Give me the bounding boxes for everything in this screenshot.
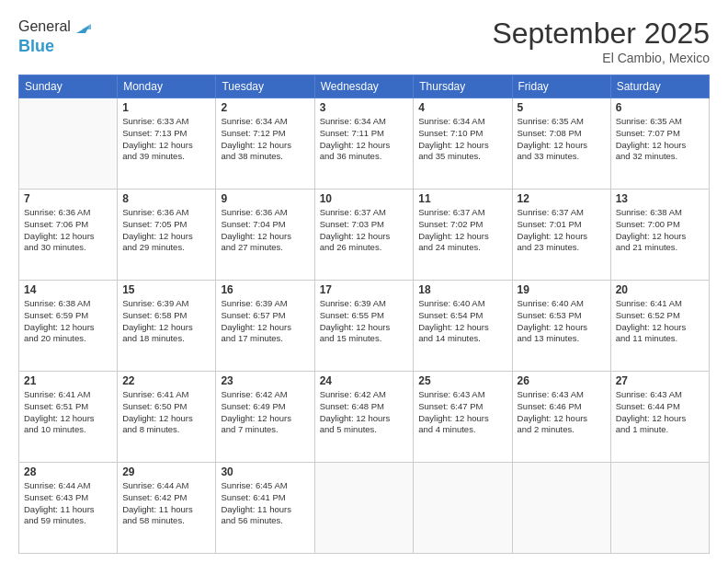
table-cell: 18Sunrise: 6:40 AM Sunset: 6:54 PM Dayli… — [414, 281, 512, 372]
table-cell: 16Sunrise: 6:39 AM Sunset: 6:57 PM Dayli… — [216, 281, 314, 372]
day-info: Sunrise: 6:39 AM Sunset: 6:57 PM Dayligh… — [221, 298, 309, 345]
day-number: 14 — [24, 283, 112, 296]
day-number: 12 — [518, 192, 606, 205]
header-monday: Monday — [118, 75, 216, 98]
table-cell — [19, 98, 118, 190]
table-cell: 12Sunrise: 6:37 AM Sunset: 7:01 PM Dayli… — [512, 190, 610, 281]
table-cell: 23Sunrise: 6:42 AM Sunset: 6:49 PM Dayli… — [216, 372, 314, 463]
day-info: Sunrise: 6:39 AM Sunset: 6:55 PM Dayligh… — [320, 298, 409, 345]
day-info: Sunrise: 6:34 AM Sunset: 7:11 PM Dayligh… — [320, 116, 409, 163]
table-cell: 19Sunrise: 6:40 AM Sunset: 6:53 PM Dayli… — [512, 281, 610, 372]
day-info: Sunrise: 6:40 AM Sunset: 6:54 PM Dayligh… — [418, 298, 506, 345]
day-info: Sunrise: 6:37 AM Sunset: 7:01 PM Dayligh… — [518, 207, 606, 254]
day-number: 5 — [518, 101, 606, 114]
day-info: Sunrise: 6:44 AM Sunset: 6:43 PM Dayligh… — [24, 480, 112, 527]
day-number: 2 — [221, 101, 309, 114]
table-cell: 17Sunrise: 6:39 AM Sunset: 6:55 PM Dayli… — [314, 281, 414, 372]
week-row-2: 14Sunrise: 6:38 AM Sunset: 6:59 PM Dayli… — [19, 281, 710, 372]
day-info: Sunrise: 6:41 AM Sunset: 6:51 PM Dayligh… — [24, 389, 112, 436]
day-number: 23 — [221, 374, 309, 387]
day-info: Sunrise: 6:40 AM Sunset: 6:53 PM Dayligh… — [518, 298, 606, 345]
table-cell: 15Sunrise: 6:39 AM Sunset: 6:58 PM Dayli… — [118, 281, 216, 372]
day-number: 4 — [418, 101, 506, 114]
table-cell: 2Sunrise: 6:34 AM Sunset: 7:12 PM Daylig… — [216, 98, 314, 190]
day-info: Sunrise: 6:43 AM Sunset: 6:44 PM Dayligh… — [616, 389, 704, 436]
day-info: Sunrise: 6:39 AM Sunset: 6:58 PM Dayligh… — [122, 298, 210, 345]
logo-icon — [73, 17, 93, 37]
logo: General Blue — [18, 17, 93, 56]
header-saturday: Saturday — [610, 75, 709, 98]
table-cell: 28Sunrise: 6:44 AM Sunset: 6:43 PM Dayli… — [19, 463, 118, 554]
day-info: Sunrise: 6:35 AM Sunset: 7:08 PM Dayligh… — [518, 116, 606, 163]
day-number: 11 — [418, 192, 506, 205]
day-info: Sunrise: 6:43 AM Sunset: 6:46 PM Dayligh… — [518, 389, 606, 436]
day-number: 6 — [616, 101, 704, 114]
day-number: 26 — [518, 374, 606, 387]
table-cell: 21Sunrise: 6:41 AM Sunset: 6:51 PM Dayli… — [19, 372, 118, 463]
table-cell: 14Sunrise: 6:38 AM Sunset: 6:59 PM Dayli… — [19, 281, 118, 372]
table-cell: 10Sunrise: 6:37 AM Sunset: 7:03 PM Dayli… — [314, 190, 414, 281]
table-cell: 1Sunrise: 6:33 AM Sunset: 7:13 PM Daylig… — [118, 98, 216, 190]
day-number: 10 — [320, 192, 409, 205]
logo-general-text: General — [18, 18, 71, 35]
day-info: Sunrise: 6:45 AM Sunset: 6:41 PM Dayligh… — [221, 480, 309, 527]
location: El Cambio, Mexico — [492, 51, 710, 65]
month-title: September 2025 — [492, 17, 710, 51]
day-number: 21 — [24, 374, 112, 387]
day-number: 9 — [221, 192, 309, 205]
day-number: 18 — [418, 283, 506, 296]
table-cell: 24Sunrise: 6:42 AM Sunset: 6:48 PM Dayli… — [314, 372, 414, 463]
week-row-4: 28Sunrise: 6:44 AM Sunset: 6:43 PM Dayli… — [19, 463, 710, 554]
day-info: Sunrise: 6:36 AM Sunset: 7:05 PM Dayligh… — [122, 207, 210, 254]
day-info: Sunrise: 6:41 AM Sunset: 6:50 PM Dayligh… — [122, 389, 210, 436]
day-number: 20 — [616, 283, 704, 296]
week-row-3: 21Sunrise: 6:41 AM Sunset: 6:51 PM Dayli… — [19, 372, 710, 463]
day-info: Sunrise: 6:41 AM Sunset: 6:52 PM Dayligh… — [616, 298, 704, 345]
day-info: Sunrise: 6:42 AM Sunset: 6:48 PM Dayligh… — [320, 389, 409, 436]
header-tuesday: Tuesday — [216, 75, 314, 98]
day-info: Sunrise: 6:42 AM Sunset: 6:49 PM Dayligh… — [221, 389, 309, 436]
day-info: Sunrise: 6:34 AM Sunset: 7:10 PM Dayligh… — [418, 116, 506, 163]
day-number: 3 — [320, 101, 409, 114]
table-cell: 6Sunrise: 6:35 AM Sunset: 7:07 PM Daylig… — [610, 98, 709, 190]
day-info: Sunrise: 6:37 AM Sunset: 7:02 PM Dayligh… — [418, 207, 506, 254]
weekday-header-row: Sunday Monday Tuesday Wednesday Thursday… — [19, 75, 710, 98]
page: General Blue September 2025 El Cambio, M… — [0, 0, 728, 563]
day-info: Sunrise: 6:33 AM Sunset: 7:13 PM Dayligh… — [122, 116, 210, 163]
day-number: 22 — [122, 374, 210, 387]
day-info: Sunrise: 6:34 AM Sunset: 7:12 PM Dayligh… — [221, 116, 309, 163]
day-info: Sunrise: 6:38 AM Sunset: 7:00 PM Dayligh… — [616, 207, 704, 254]
calendar-table: Sunday Monday Tuesday Wednesday Thursday… — [18, 75, 710, 554]
day-number: 24 — [320, 374, 409, 387]
table-cell — [610, 463, 709, 554]
table-cell: 9Sunrise: 6:36 AM Sunset: 7:04 PM Daylig… — [216, 190, 314, 281]
day-info: Sunrise: 6:35 AM Sunset: 7:07 PM Dayligh… — [616, 116, 704, 163]
table-cell: 3Sunrise: 6:34 AM Sunset: 7:11 PM Daylig… — [314, 98, 414, 190]
title-block: September 2025 El Cambio, Mexico — [492, 17, 710, 65]
day-number: 15 — [122, 283, 210, 296]
table-cell: 22Sunrise: 6:41 AM Sunset: 6:50 PM Dayli… — [118, 372, 216, 463]
day-number: 7 — [24, 192, 112, 205]
table-cell: 30Sunrise: 6:45 AM Sunset: 6:41 PM Dayli… — [216, 463, 314, 554]
table-cell: 13Sunrise: 6:38 AM Sunset: 7:00 PM Dayli… — [610, 190, 709, 281]
day-number: 25 — [418, 374, 506, 387]
week-row-1: 7Sunrise: 6:36 AM Sunset: 7:06 PM Daylig… — [19, 190, 710, 281]
day-number: 27 — [616, 374, 704, 387]
table-cell: 27Sunrise: 6:43 AM Sunset: 6:44 PM Dayli… — [610, 372, 709, 463]
day-number: 16 — [221, 283, 309, 296]
header-wednesday: Wednesday — [314, 75, 414, 98]
week-row-0: 1Sunrise: 6:33 AM Sunset: 7:13 PM Daylig… — [19, 98, 710, 190]
header-thursday: Thursday — [414, 75, 512, 98]
table-cell: 4Sunrise: 6:34 AM Sunset: 7:10 PM Daylig… — [414, 98, 512, 190]
day-info: Sunrise: 6:36 AM Sunset: 7:06 PM Dayligh… — [24, 207, 112, 254]
table-cell: 20Sunrise: 6:41 AM Sunset: 6:52 PM Dayli… — [610, 281, 709, 372]
table-cell: 11Sunrise: 6:37 AM Sunset: 7:02 PM Dayli… — [414, 190, 512, 281]
day-number: 30 — [221, 465, 309, 478]
logo-blue-text: Blue — [18, 37, 54, 56]
table-cell: 26Sunrise: 6:43 AM Sunset: 6:46 PM Dayli… — [512, 372, 610, 463]
day-number: 29 — [122, 465, 210, 478]
table-cell: 29Sunrise: 6:44 AM Sunset: 6:42 PM Dayli… — [118, 463, 216, 554]
day-number: 8 — [122, 192, 210, 205]
day-info: Sunrise: 6:38 AM Sunset: 6:59 PM Dayligh… — [24, 298, 112, 345]
day-number: 17 — [320, 283, 409, 296]
